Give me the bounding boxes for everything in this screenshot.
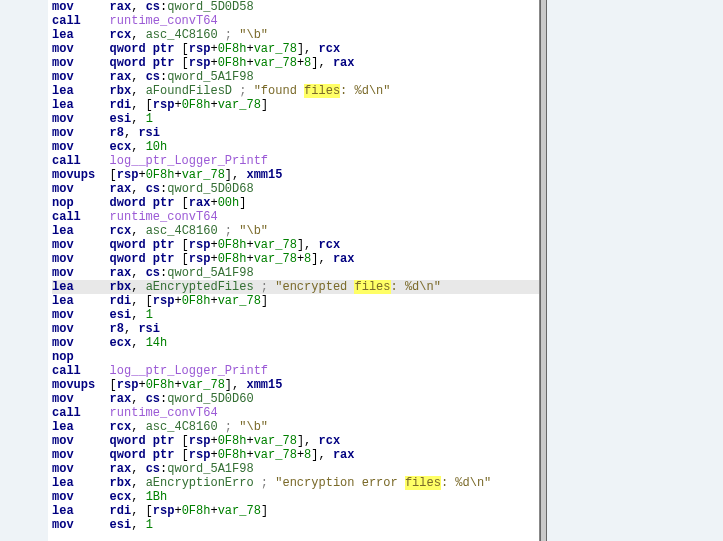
asm-row[interactable]: lea rdi, [rsp+0F8h+var_78]: [52, 504, 539, 518]
mnemonic: call: [52, 154, 110, 168]
tok-cmt: ;: [261, 476, 275, 490]
asm-row[interactable]: lea rcx, asc_4C8160 ; "\b": [52, 420, 539, 434]
tok-reg: r8: [110, 126, 124, 140]
asm-row[interactable]: mov rax, cs:qword_5D0D60: [52, 392, 539, 406]
asm-row[interactable]: mov qword ptr [rsp+0F8h+var_78], rcx: [52, 238, 539, 252]
asm-row[interactable]: mov ecx, 10h: [52, 140, 539, 154]
tok-reg: rax: [333, 56, 355, 70]
tok-reg: rsp: [117, 378, 139, 392]
tok-txt: [: [174, 196, 188, 210]
tok-reg: cs: [146, 0, 160, 14]
tok-reg: rdi: [110, 294, 132, 308]
mnemonic: mov: [52, 266, 110, 280]
asm-row[interactable]: call runtime_convT64: [52, 406, 539, 420]
tok-str: "found: [254, 84, 304, 98]
tok-mark: files: [354, 280, 390, 294]
asm-row[interactable]: mov qword ptr [rsp+0F8h+var_78], rcx: [52, 42, 539, 56]
mnemonic: mov: [52, 126, 110, 140]
tok-num: var_78: [254, 56, 297, 70]
tok-reg: rsp: [153, 294, 175, 308]
asm-row[interactable]: mov esi, 1: [52, 518, 539, 532]
asm-row[interactable]: mov ecx, 14h: [52, 336, 539, 350]
tok-txt: ,: [131, 476, 145, 490]
asm-row[interactable]: mov rax, cs:qword_5A1F98: [52, 462, 539, 476]
asm-row[interactable]: mov r8, rsi: [52, 126, 539, 140]
tok-txt: ],: [311, 448, 333, 462]
tok-num: 0F8h: [218, 56, 247, 70]
tok-reg: rax: [110, 392, 132, 406]
mnemonic: mov: [52, 308, 110, 322]
tok-reg: rax: [333, 252, 355, 266]
tok-txt: +: [210, 98, 217, 112]
tok-txt: +: [174, 294, 181, 308]
tok-num: var_78: [254, 238, 297, 252]
tok-reg: qword ptr: [110, 56, 175, 70]
tok-txt: ,: [131, 266, 145, 280]
asm-row[interactable]: mov qword ptr [rsp+0F8h+var_78], rcx: [52, 434, 539, 448]
tok-txt: ,: [131, 280, 145, 294]
asm-row[interactable]: call log__ptr_Logger_Printf: [52, 364, 539, 378]
asm-row[interactable]: lea rbx, aFoundFilesD ; "found files: %d…: [52, 84, 539, 98]
tok-num: var_78: [254, 252, 297, 266]
tok-reg: rdi: [110, 98, 132, 112]
tok-reg: ecx: [110, 140, 132, 154]
tok-txt: +: [210, 252, 217, 266]
asm-row[interactable]: mov r8, rsi: [52, 322, 539, 336]
tok-txt: [254, 280, 261, 294]
asm-row[interactable]: nop dword ptr [rax+00h]: [52, 196, 539, 210]
tok-reg: rsp: [189, 56, 211, 70]
tok-num: 0F8h: [146, 168, 175, 182]
tok-num: var_78: [218, 504, 261, 518]
tok-str: : %d\n": [391, 280, 441, 294]
asm-row[interactable]: lea rcx, asc_4C8160 ; "\b": [52, 224, 539, 238]
asm-row[interactable]: lea rdi, [rsp+0F8h+var_78]: [52, 294, 539, 308]
tok-call: log__ptr_Logger_Printf: [110, 364, 268, 378]
tok-txt: ,: [131, 84, 145, 98]
asm-row[interactable]: mov rax, cs:qword_5A1F98: [52, 266, 539, 280]
tok-num: 1: [146, 308, 153, 322]
tok-txt: +: [210, 238, 217, 252]
scrollbar-strip[interactable]: [540, 0, 547, 541]
asm-row[interactable]: lea rcx, asc_4C8160 ; "\b": [52, 28, 539, 42]
asm-row[interactable]: mov qword ptr [rsp+0F8h+var_78+8], rax: [52, 56, 539, 70]
asm-row[interactable]: mov ecx, 1Bh: [52, 490, 539, 504]
tok-txt: ,: [131, 140, 145, 154]
tok-reg: qword ptr: [110, 238, 175, 252]
asm-row[interactable]: mov rax, cs:qword_5A1F98: [52, 70, 539, 84]
asm-row[interactable]: mov qword ptr [rsp+0F8h+var_78+8], rax: [52, 252, 539, 266]
asm-row[interactable]: mov rax, cs:qword_5D0D68: [52, 182, 539, 196]
asm-row[interactable]: mov rax, cs:qword_5D0D58: [52, 0, 539, 14]
tok-txt: ],: [225, 168, 247, 182]
asm-row[interactable]: mov esi, 1: [52, 112, 539, 126]
tok-txt: ,: [124, 126, 138, 140]
tok-reg: ecx: [110, 490, 132, 504]
tok-num: 0F8h: [182, 98, 211, 112]
tok-num: var_78: [254, 42, 297, 56]
asm-row[interactable]: movups [rsp+0F8h+var_78], xmm15: [52, 378, 539, 392]
tok-txt: +: [174, 504, 181, 518]
mnemonic: call: [52, 210, 110, 224]
tok-reg: cs: [146, 266, 160, 280]
tok-str: "\b": [239, 420, 268, 434]
mnemonic: call: [52, 14, 110, 28]
asm-row[interactable]: mov qword ptr [rsp+0F8h+var_78+8], rax: [52, 448, 539, 462]
disassembly-pane[interactable]: mov rax, cs:qword_5D0D58call runtime_con…: [48, 0, 540, 541]
asm-row[interactable]: nop: [52, 350, 539, 364]
asm-row[interactable]: call runtime_convT64: [52, 14, 539, 28]
tok-reg: rbx: [110, 280, 132, 294]
tok-txt: +: [246, 42, 253, 56]
tok-str: "\b": [239, 224, 268, 238]
asm-row[interactable]: call log__ptr_Logger_Printf: [52, 154, 539, 168]
asm-row[interactable]: lea rdi, [rsp+0F8h+var_78]: [52, 98, 539, 112]
asm-row[interactable]: lea rbx, aEncryptedFiles ; "encrypted fi…: [52, 280, 539, 294]
tok-sym: aFoundFilesD: [146, 84, 232, 98]
asm-row[interactable]: mov esi, 1: [52, 308, 539, 322]
tok-txt: ]: [261, 504, 268, 518]
mnemonic: mov: [52, 56, 110, 70]
mnemonic: mov: [52, 448, 110, 462]
tok-txt: ,: [131, 182, 145, 196]
asm-row[interactable]: lea rbx, aEncryptionErro ; "encryption e…: [52, 476, 539, 490]
asm-row[interactable]: call runtime_convT64: [52, 210, 539, 224]
asm-row[interactable]: movups [rsp+0F8h+var_78], xmm15: [52, 168, 539, 182]
tok-cmt: ;: [225, 224, 239, 238]
